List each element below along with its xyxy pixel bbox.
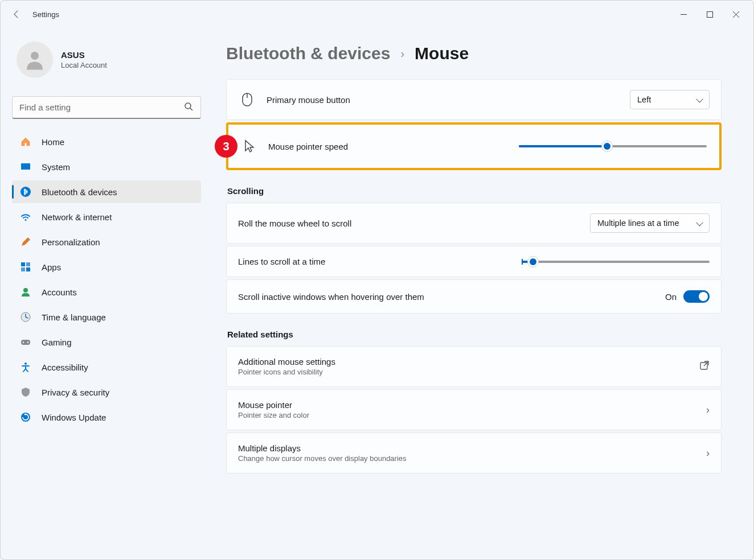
search-icon [184, 102, 193, 113]
gaming-icon [20, 336, 31, 348]
multiple-displays-title: Multiple displays [238, 443, 706, 453]
app-title: Settings [32, 10, 59, 19]
svg-rect-14 [21, 340, 30, 345]
lines-to-scroll-slider[interactable] [522, 261, 710, 263]
update-icon [20, 411, 31, 423]
apps-icon [20, 261, 31, 273]
breadcrumb: Bluetooth & devices › Mouse [226, 44, 722, 63]
maximize-button[interactable] [696, 5, 723, 23]
svg-point-12 [23, 288, 28, 293]
sidebar-item-apps[interactable]: Apps [12, 256, 201, 278]
time-language-icon [20, 311, 31, 323]
sidebar-item-gaming[interactable]: Gaming [12, 331, 201, 353]
sidebar-item-time-language[interactable]: Time & language [12, 306, 201, 328]
sidebar-item-personalization[interactable]: Personalization [12, 230, 201, 253]
privacy-icon [20, 386, 31, 398]
minimize-button[interactable] [670, 5, 696, 23]
toggle-state-label: On [665, 292, 677, 302]
sidebar-item-label: Windows Update [42, 413, 106, 422]
titlebar: Settings [1, 1, 753, 28]
search-input[interactable] [12, 96, 201, 119]
additional-settings-title: Additional mouse settings [238, 357, 699, 367]
scroll-mode-select[interactable]: Multiple lines at a time [590, 213, 710, 233]
inactive-scroll-toggle[interactable] [683, 290, 710, 303]
multiple-displays-sub: Change how cursor moves over display bou… [238, 454, 706, 463]
primary-button-label: Primary mouse button [267, 95, 630, 105]
nav: Home System Bluetooth & devices Network … [12, 130, 201, 429]
related-settings-header: Related settings [227, 330, 722, 339]
sidebar-item-label: Bluetooth & devices [42, 187, 117, 197]
inactive-scroll-row: Scroll inactive windows when hovering ov… [226, 279, 722, 314]
sidebar-item-label: Accessibility [42, 363, 88, 372]
svg-rect-8 [21, 262, 25, 266]
profile-account: Local Account [61, 61, 107, 69]
svg-rect-5 [21, 163, 30, 170]
additional-settings-sub: Pointer icons and visibility [238, 368, 699, 376]
pointer-speed-slider[interactable] [519, 145, 707, 147]
cursor-icon [240, 139, 258, 153]
breadcrumb-parent[interactable]: Bluetooth & devices [226, 44, 390, 63]
bluetooth-icon [20, 186, 31, 197]
lines-to-scroll-label: Lines to scroll at a time [238, 257, 522, 266]
sidebar-item-label: Network & internet [42, 212, 112, 222]
sidebar-item-label: System [42, 162, 70, 172]
sidebar-item-windows-update[interactable]: Windows Update [12, 406, 201, 429]
search-box[interactable] [12, 96, 201, 119]
mouse-pointer-row[interactable]: Mouse pointer Pointer size and color › [226, 389, 722, 430]
pointer-speed-label: Mouse pointer speed [268, 142, 519, 151]
svg-point-16 [27, 341, 28, 343]
sidebar-item-label: Gaming [42, 337, 72, 347]
sidebar-item-label: Accounts [42, 287, 77, 297]
sidebar-item-privacy[interactable]: Privacy & security [12, 381, 201, 403]
sidebar: ASUS Local Account Home System Bluetoot [1, 28, 212, 559]
scroll-mode-row: Roll the mouse wheel to scroll Multiple … [226, 203, 722, 244]
sidebar-item-accessibility[interactable]: Accessibility [12, 356, 201, 378]
sidebar-item-accounts[interactable]: Accounts [12, 281, 201, 303]
close-button[interactable] [723, 5, 749, 23]
chevron-right-icon: › [400, 47, 404, 60]
sidebar-item-label: Apps [42, 262, 61, 272]
sidebar-item-label: Home [42, 137, 64, 147]
svg-point-15 [23, 341, 24, 343]
svg-point-2 [31, 52, 39, 60]
sidebar-item-network[interactable]: Network & internet [12, 205, 201, 228]
sidebar-item-label: Personalization [42, 237, 100, 247]
scrolling-header: Scrolling [227, 186, 722, 196]
svg-line-4 [190, 108, 192, 110]
pointer-speed-highlight: 3 Mouse pointer speed [226, 122, 722, 170]
accounts-icon [20, 286, 31, 298]
breadcrumb-current: Mouse [415, 44, 469, 63]
profile-name: ASUS [61, 50, 107, 60]
network-icon [20, 211, 31, 223]
primary-button-select[interactable]: Left [630, 90, 710, 109]
pointer-speed-row: Mouse pointer speed [228, 125, 719, 168]
primary-mouse-button-row: Primary mouse button Left [226, 79, 722, 120]
sidebar-item-system[interactable]: System [12, 155, 201, 178]
svg-rect-9 [26, 262, 30, 266]
chevron-right-icon: › [706, 447, 710, 459]
mouse-pointer-sub: Pointer size and color [238, 411, 706, 419]
svg-point-6 [21, 187, 31, 197]
svg-point-3 [185, 103, 191, 109]
scroll-mode-label: Roll the mouse wheel to scroll [238, 219, 590, 228]
annotation-badge: 3 [215, 135, 237, 158]
multiple-displays-row[interactable]: Multiple displays Change how cursor move… [226, 433, 722, 473]
svg-rect-1 [707, 11, 712, 17]
back-button[interactable] [5, 3, 28, 26]
main-content: Bluetooth & devices › Mouse Primary mous… [212, 28, 753, 559]
personalization-icon [20, 236, 31, 248]
sidebar-item-label: Time & language [42, 312, 106, 322]
svg-rect-11 [26, 267, 30, 271]
svg-point-17 [24, 363, 27, 365]
profile-block[interactable]: ASUS Local Account [12, 35, 201, 92]
mouse-icon [238, 92, 256, 107]
avatar [17, 42, 53, 78]
chevron-right-icon: › [706, 404, 710, 416]
additional-mouse-settings-row[interactable]: Additional mouse settings Pointer icons … [226, 346, 722, 387]
system-icon [20, 161, 31, 172]
inactive-scroll-label: Scroll inactive windows when hovering ov… [238, 292, 665, 302]
sidebar-item-bluetooth-devices[interactable]: Bluetooth & devices [12, 180, 201, 203]
sidebar-item-home[interactable]: Home [12, 130, 201, 153]
external-link-icon [699, 360, 710, 373]
accessibility-icon [20, 361, 31, 373]
